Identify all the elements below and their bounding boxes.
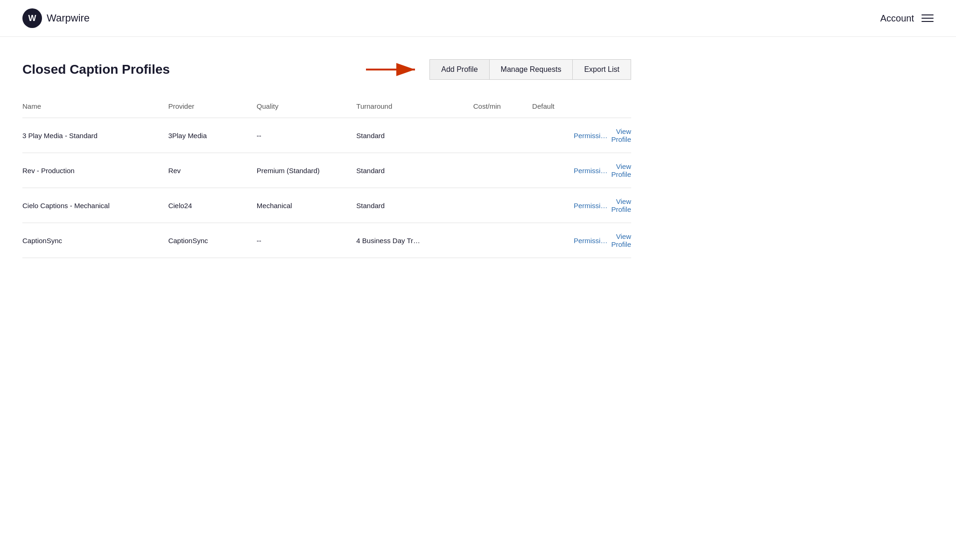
- actions-cell: Permissi… View Profile: [574, 162, 631, 178]
- cell-quality: Premium (Standard): [257, 153, 356, 188]
- title-actions: Add Profile Manage Requests Export List: [366, 59, 631, 80]
- cell-name: 3 Play Media - Standard: [22, 118, 168, 153]
- manage-requests-button[interactable]: Manage Requests: [489, 59, 573, 80]
- col-header-default: Default: [532, 98, 574, 118]
- cell-quality: --: [257, 223, 356, 258]
- cell-quality: Mechanical: [257, 188, 356, 223]
- table-header-row: Name Provider Quality Turnaround Cost/mi…: [22, 98, 631, 118]
- logo-text: Warpwire: [47, 12, 90, 24]
- logo-icon: W: [22, 8, 42, 28]
- cell-provider: CaptionSync: [168, 223, 256, 258]
- table-body: 3 Play Media - Standard 3Play Media -- S…: [22, 118, 631, 258]
- view-profile-link[interactable]: View Profile: [611, 162, 631, 178]
- permissions-link[interactable]: Permissi…: [574, 132, 608, 140]
- view-profile-link[interactable]: View Profile: [611, 197, 631, 213]
- table-header: Name Provider Quality Turnaround Cost/mi…: [22, 98, 631, 118]
- hamburger-menu-icon[interactable]: [921, 14, 934, 22]
- cell-cost: [473, 188, 532, 223]
- cell-actions: Permissi… View Profile: [574, 118, 631, 153]
- profiles-table: Name Provider Quality Turnaround Cost/mi…: [22, 98, 631, 258]
- col-header-quality: Quality: [257, 98, 356, 118]
- actions-cell: Permissi… View Profile: [574, 127, 631, 143]
- actions-cell: Permissi… View Profile: [574, 232, 631, 248]
- cell-provider: Rev: [168, 153, 256, 188]
- cell-turnaround: 4 Business Day Tr…: [356, 223, 473, 258]
- cell-cost: [473, 153, 532, 188]
- cell-default: [532, 188, 574, 223]
- view-profile-link[interactable]: View Profile: [611, 127, 631, 143]
- permissions-link[interactable]: Permissi…: [574, 167, 608, 175]
- cell-name: Cielo Captions - Mechanical: [22, 188, 168, 223]
- cell-provider: 3Play Media: [168, 118, 256, 153]
- site-header: W Warpwire Account: [0, 0, 956, 37]
- permissions-link[interactable]: Permissi…: [574, 237, 608, 245]
- table-row: 3 Play Media - Standard 3Play Media -- S…: [22, 118, 631, 153]
- col-header-name: Name: [22, 98, 168, 118]
- logo-area: W Warpwire: [22, 8, 90, 28]
- cell-actions: Permissi… View Profile: [574, 188, 631, 223]
- col-header-cost: Cost/min: [473, 98, 532, 118]
- cell-name: CaptionSync: [22, 223, 168, 258]
- title-row: Closed Caption Profiles Add Profile Mana…: [22, 59, 631, 80]
- arrow-icon: [366, 61, 422, 78]
- cell-default: [532, 223, 574, 258]
- add-profile-button[interactable]: Add Profile: [429, 59, 489, 80]
- col-header-turnaround: Turnaround: [356, 98, 473, 118]
- actions-cell: Permissi… View Profile: [574, 197, 631, 213]
- table-row: CaptionSync CaptionSync -- 4 Business Da…: [22, 223, 631, 258]
- cell-turnaround: Standard: [356, 118, 473, 153]
- cell-cost: [473, 118, 532, 153]
- arrow-annotation: [366, 61, 422, 78]
- cell-turnaround: Standard: [356, 153, 473, 188]
- cell-name: Rev - Production: [22, 153, 168, 188]
- cell-provider: Cielo24: [168, 188, 256, 223]
- cell-quality: --: [257, 118, 356, 153]
- main-content: Closed Caption Profiles Add Profile Mana…: [0, 37, 654, 280]
- table-row: Cielo Captions - Mechanical Cielo24 Mech…: [22, 188, 631, 223]
- account-label: Account: [880, 13, 914, 24]
- col-header-actions: [574, 98, 631, 118]
- table-row: Rev - Production Rev Premium (Standard) …: [22, 153, 631, 188]
- permissions-link[interactable]: Permissi…: [574, 202, 608, 210]
- header-right: Account: [880, 13, 934, 24]
- view-profile-link[interactable]: View Profile: [611, 232, 631, 248]
- export-list-button[interactable]: Export List: [573, 59, 631, 80]
- cell-cost: [473, 223, 532, 258]
- cell-actions: Permissi… View Profile: [574, 153, 631, 188]
- cell-default: [532, 153, 574, 188]
- cell-actions: Permissi… View Profile: [574, 223, 631, 258]
- cell-default: [532, 118, 574, 153]
- cell-turnaround: Standard: [356, 188, 473, 223]
- col-header-provider: Provider: [168, 98, 256, 118]
- page-title: Closed Caption Profiles: [22, 62, 170, 77]
